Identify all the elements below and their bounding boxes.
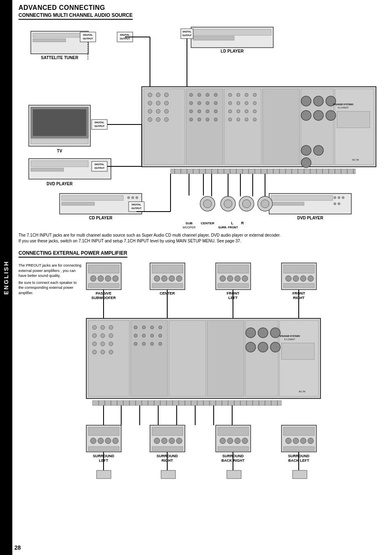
svg-point-211 <box>308 276 314 281</box>
svg-rect-186 <box>88 283 119 288</box>
svg-text:AC IN: AC IN <box>299 390 305 393</box>
svg-rect-79 <box>337 111 370 128</box>
svg-point-59 <box>253 101 256 105</box>
svg-point-251 <box>270 342 280 352</box>
svg-text:LD PLAYER: LD PLAYER <box>221 49 244 53</box>
svg-point-43 <box>214 101 217 105</box>
svg-rect-190 <box>152 265 183 273</box>
svg-point-27 <box>148 101 152 105</box>
svg-point-222 <box>92 325 97 329</box>
svg-point-320 <box>227 438 233 444</box>
svg-point-330 <box>300 438 306 444</box>
svg-point-34 <box>156 117 160 122</box>
svg-text:DIGITAL: DIGITAL <box>131 203 141 206</box>
svg-point-31 <box>156 109 160 113</box>
svg-point-230 <box>109 342 113 346</box>
svg-rect-309 <box>152 427 183 435</box>
svg-point-54 <box>245 93 248 97</box>
svg-point-28 <box>156 101 160 105</box>
section2-diagram: The PREOUT jacks are for connecting exte… <box>18 261 388 487</box>
svg-rect-143 <box>271 202 304 205</box>
svg-point-243 <box>142 342 145 345</box>
svg-point-52 <box>228 93 232 97</box>
svg-text:OUTPUT: OUTPUT <box>182 34 192 37</box>
svg-point-55 <box>253 93 256 97</box>
svg-text:5.1 CH/EXT: 5.1 CH/EXT <box>284 338 295 341</box>
svg-point-319 <box>220 438 226 444</box>
svg-point-36 <box>189 93 193 97</box>
svg-text:SATTELITE TUNER: SATTELITE TUNER <box>41 55 79 60</box>
svg-point-35 <box>164 117 168 122</box>
svg-point-72 <box>314 111 323 120</box>
svg-rect-323 <box>218 447 249 451</box>
svg-point-240 <box>150 334 154 337</box>
svg-point-25 <box>156 93 160 97</box>
svg-point-26 <box>164 93 168 97</box>
svg-point-193 <box>169 276 175 281</box>
svg-point-60 <box>228 110 232 113</box>
svg-point-200 <box>227 276 233 281</box>
svg-point-57 <box>237 101 240 105</box>
svg-point-191 <box>154 276 160 281</box>
svg-rect-1 <box>33 33 86 37</box>
svg-rect-181 <box>88 265 119 273</box>
svg-point-328 <box>286 438 291 444</box>
svg-point-47 <box>214 110 217 113</box>
svg-point-202 <box>242 276 248 281</box>
svg-point-224 <box>109 325 113 329</box>
svg-rect-305 <box>88 447 119 451</box>
svg-point-238 <box>134 334 137 337</box>
svg-rect-203 <box>218 283 249 288</box>
svg-rect-216 <box>88 320 129 396</box>
svg-point-192 <box>161 276 167 281</box>
svg-rect-212 <box>284 283 314 288</box>
svg-point-64 <box>228 118 232 121</box>
svg-point-67 <box>253 118 256 121</box>
svg-point-41 <box>198 101 201 105</box>
svg-point-199 <box>220 276 226 281</box>
svg-rect-342 <box>293 470 307 479</box>
svg-point-329 <box>293 438 299 444</box>
svg-point-62 <box>245 110 248 113</box>
svg-point-331 <box>308 438 314 444</box>
svg-point-313 <box>176 438 182 444</box>
svg-point-24 <box>148 93 152 97</box>
section1-svg: DIGITAL OUTPUT SATTELITE TUNER DIGITAL O… <box>18 23 388 228</box>
svg-point-182 <box>90 276 96 281</box>
svg-point-148 <box>338 203 340 205</box>
svg-text:5.1 CH/EXT: 5.1 CH/EXT <box>338 106 349 109</box>
svg-text:AC IN: AC IN <box>352 159 359 161</box>
svg-point-159 <box>224 200 232 208</box>
section1-diagram: DIGITAL OUTPUT SATTELITE TUNER DIGITAL O… <box>18 23 388 228</box>
svg-rect-2 <box>33 39 66 42</box>
svg-point-32 <box>164 109 168 113</box>
svg-point-237 <box>159 326 162 329</box>
svg-point-239 <box>142 334 145 337</box>
svg-text:WOOFER: WOOFER <box>182 226 196 228</box>
svg-point-30 <box>148 109 152 113</box>
svg-rect-12 <box>193 36 234 40</box>
svg-point-44 <box>189 110 193 113</box>
svg-text:DIGITAL: DIGITAL <box>95 163 104 166</box>
svg-rect-11 <box>193 29 271 35</box>
svg-rect-121 <box>31 161 88 167</box>
svg-rect-314 <box>152 447 183 451</box>
svg-text:L: L <box>231 221 233 225</box>
svg-point-184 <box>105 276 111 281</box>
svg-point-235 <box>142 326 145 329</box>
svg-text:DIGITAL: DIGITAL <box>95 121 104 124</box>
svg-point-302 <box>98 438 104 444</box>
svg-point-49 <box>198 118 201 121</box>
section1-title: ADVANCED CONNECTING CONNECTING MULTI CHA… <box>18 4 388 23</box>
svg-point-310 <box>154 438 160 444</box>
svg-point-304 <box>113 438 118 444</box>
svg-text:DIGITAL: DIGITAL <box>120 34 130 36</box>
main-content: ADVANCED CONNECTING CONNECTING MULTI CHA… <box>14 0 392 495</box>
svg-text:SURR. FRONT: SURR. FRONT <box>218 226 238 228</box>
svg-point-134 <box>127 196 130 199</box>
svg-point-185 <box>113 276 118 281</box>
svg-point-226 <box>101 334 105 338</box>
svg-rect-300 <box>88 427 119 435</box>
svg-point-38 <box>206 93 209 97</box>
svg-point-312 <box>169 438 175 444</box>
